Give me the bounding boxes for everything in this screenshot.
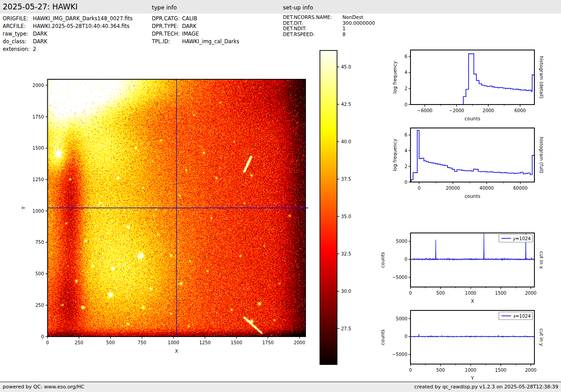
svg-text:0: 0 — [41, 334, 44, 339]
info-row: ORIGFILE:HAWKI_IMG_DARK_Darks148_0027.fi… — [3, 15, 132, 23]
cut-in-y-chart: 0500100015002000−500005000Ycountscut in … — [380, 310, 544, 381]
info-row: DET.RSPEED:8 — [283, 32, 375, 38]
svg-text:2000: 2000 — [32, 83, 44, 88]
svg-text:1750: 1750 — [262, 340, 274, 345]
file-info-block: ORIGFILE:HAWKI_IMG_DARK_Darks148_0027.fi… — [3, 15, 132, 53]
svg-text:histogram (detail): histogram (detail) — [539, 56, 544, 98]
histogram-full-series — [410, 130, 534, 182]
svg-text:0: 0 — [405, 102, 407, 107]
info-row: DPR.TECH:IMAGE — [152, 30, 239, 38]
info-label: DPR.TYPE: — [152, 23, 182, 30]
svg-text:log frequency: log frequency — [392, 61, 397, 93]
info-label: ARCFILE: — [3, 23, 33, 30]
svg-text:5000: 5000 — [396, 316, 407, 321]
info-value: CALIB — [182, 15, 197, 23]
svg-text:Y: Y — [21, 206, 26, 210]
info-value: 2 — [33, 46, 36, 53]
svg-text:37.5: 37.5 — [341, 177, 351, 182]
info-label: DPR.TECH: — [152, 30, 182, 38]
svg-text:X: X — [471, 298, 474, 304]
info-value: HAWKI.2025-05-28T10:40:40.364.fits — [33, 23, 129, 30]
svg-text:32.5: 32.5 — [341, 251, 351, 256]
info-row: raw_type:DARK — [3, 30, 132, 38]
svg-text:20000: 20000 — [446, 186, 460, 191]
svg-text:x=1024: x=1024 — [513, 314, 531, 319]
svg-text:0: 0 — [409, 368, 412, 373]
svg-text:1500: 1500 — [495, 368, 506, 373]
info-value: IMAGE — [182, 30, 199, 38]
footer-created-by: created by qc_rawdisp.py v1.2.3 on 2025-… — [414, 384, 558, 390]
type-info-block: DPR.CATG:CALIB DPR.TYPE:DARK DPR.TECH:IM… — [152, 15, 239, 46]
svg-text:1250: 1250 — [32, 177, 44, 182]
svg-text:1000: 1000 — [465, 291, 476, 296]
info-value: HAWKI_img_cal_Darks — [182, 38, 239, 46]
info-value: DARK — [33, 38, 47, 46]
info-row: TPL.ID:HAWKI_img_cal_Darks — [152, 38, 239, 46]
info-row: DET.NCORRS.NAME:NonDest — [283, 15, 375, 21]
svg-text:40.0: 40.0 — [341, 139, 351, 144]
svg-text:1000: 1000 — [168, 340, 179, 345]
page-title: 2025-05-27: HAWKI — [3, 2, 78, 11]
svg-text:250: 250 — [35, 303, 44, 308]
svg-text:2000: 2000 — [483, 108, 494, 113]
cut-in-x-chart: 0500100015002000−500005000Xcountscut in … — [380, 233, 544, 304]
cut-in-x-series — [410, 233, 534, 261]
setup-info-block: DET.NCORRS.NAME:NonDest DET.DIT:300.0000… — [283, 15, 375, 38]
svg-text:60000: 60000 — [513, 186, 528, 191]
svg-text:1250: 1250 — [199, 340, 210, 345]
svg-text:4: 4 — [405, 148, 407, 153]
svg-text:750: 750 — [35, 240, 44, 245]
svg-text:cut in y: cut in y — [539, 328, 544, 346]
svg-text:y=1024: y=1024 — [513, 236, 531, 242]
qc-report-page: 2025-05-27: HAWKI type info set-up info … — [0, 0, 561, 392]
svg-text:0: 0 — [46, 340, 49, 345]
svg-text:counts: counts — [465, 116, 480, 121]
histogram-full-chart: 02000040000600000246countslog frequencyh… — [392, 128, 544, 199]
svg-text:30.0: 30.0 — [341, 289, 351, 294]
svg-text:1000: 1000 — [465, 368, 476, 373]
type-info-heading: type info — [152, 4, 177, 11]
info-value: 300.0000000 — [342, 21, 375, 27]
cut-in-y-legend: x=1024 — [499, 312, 533, 320]
histogram-detail-series — [410, 54, 534, 105]
svg-text:Y: Y — [470, 375, 474, 381]
cut-in-y-series — [410, 334, 534, 337]
info-label: DET.NCORRS.NAME: — [283, 15, 342, 21]
histogram-detail-chart: −6000−2000200060000246countslog frequenc… — [392, 50, 544, 121]
svg-text:27.5: 27.5 — [341, 326, 351, 331]
info-row: ARCFILE:HAWKI.2025-05-28T10:40:40.364.fi… — [3, 23, 132, 30]
svg-text:counts: counts — [380, 329, 385, 345]
svg-text:750: 750 — [138, 340, 146, 345]
svg-text:0: 0 — [405, 257, 407, 262]
svg-text:2000: 2000 — [525, 368, 536, 373]
svg-text:40000: 40000 — [479, 186, 494, 191]
footer-bar: powered by QC: www.eso.org/HC created by… — [0, 382, 561, 392]
cut-in-x-legend: y=1024 — [499, 235, 533, 242]
colorbar — [320, 50, 337, 365]
svg-text:6000: 6000 — [515, 108, 526, 113]
info-value: NonDest — [342, 15, 363, 21]
info-row: do_class:DARK — [3, 38, 132, 46]
svg-text:6: 6 — [405, 132, 407, 137]
svg-text:1500: 1500 — [231, 340, 242, 345]
setup-info-heading: set-up info — [283, 4, 313, 11]
svg-text:X: X — [175, 348, 178, 354]
info-row: DPR.CATG:CALIB — [152, 15, 239, 23]
svg-text:6: 6 — [405, 54, 407, 59]
svg-text:1750: 1750 — [32, 114, 44, 119]
info-value: HAWKI_IMG_DARK_Darks148_0027.fits — [33, 15, 132, 23]
header-bar: 2025-05-27: HAWKI type info set-up info — [0, 0, 561, 14]
info-value: 8 — [342, 32, 346, 38]
svg-text:counts: counts — [380, 252, 385, 268]
svg-text:35.0: 35.0 — [341, 214, 351, 219]
info-label: ORIGFILE: — [3, 15, 33, 23]
svg-text:0: 0 — [405, 180, 407, 185]
svg-text:500: 500 — [436, 291, 445, 296]
svg-text:45.0: 45.0 — [341, 64, 351, 69]
info-row: extension:2 — [3, 46, 132, 53]
svg-text:counts: counts — [465, 193, 480, 199]
svg-text:−5000: −5000 — [392, 352, 407, 357]
svg-text:500: 500 — [35, 271, 44, 276]
svg-text:0: 0 — [418, 186, 420, 191]
svg-text:−6000: −6000 — [417, 108, 433, 113]
